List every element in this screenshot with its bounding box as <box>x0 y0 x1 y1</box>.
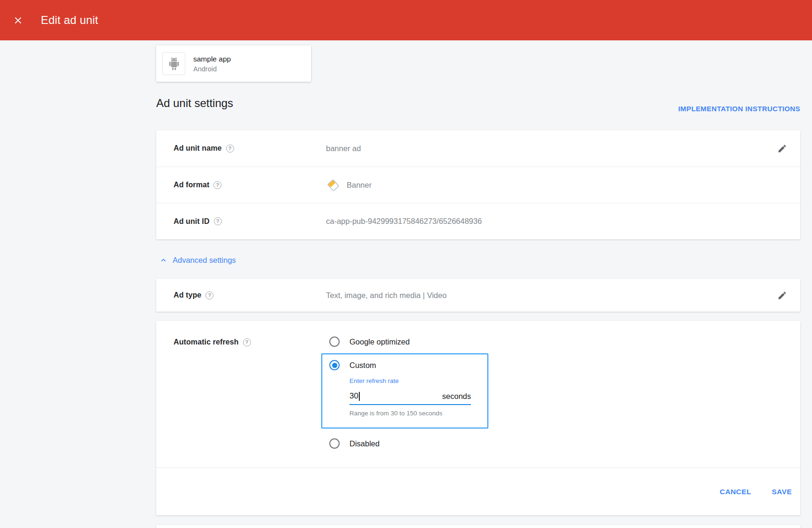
radio-custom[interactable] <box>329 360 340 370</box>
option-google-optimized-label: Google optimized <box>349 337 410 346</box>
page-title: Edit ad unit <box>41 14 98 27</box>
automatic-refresh-label: Automatic refresh <box>174 338 239 346</box>
help-icon[interactable]: ? <box>205 291 213 299</box>
option-disabled[interactable]: Disabled <box>329 438 379 449</box>
refresh-rate-input[interactable]: 30 seconds <box>349 391 471 405</box>
help-icon[interactable]: ? <box>243 338 251 346</box>
ad-unit-name-row: Ad unit name ? banner ad <box>156 130 800 167</box>
save-button[interactable]: SAVE <box>772 488 792 496</box>
chevron-up-icon <box>159 256 168 265</box>
refresh-rate-value: 30 <box>349 391 360 401</box>
ad-unit-id-label: Ad unit ID <box>174 217 210 226</box>
android-icon <box>162 52 185 75</box>
ad-type-value-group: Text, image, and rich media | Video <box>326 291 800 300</box>
custom-refresh-fields: Enter refresh rate 30 seconds Range is f… <box>349 377 471 417</box>
help-icon[interactable]: ? <box>226 145 234 153</box>
ad-type-row: Ad type ? Text, image, and rich media | … <box>156 279 800 312</box>
ad-unit-id-value-group: ca-app-pub-9429993175846273/6526648936 <box>326 217 800 226</box>
ad-format-value-group: Banner <box>326 179 800 191</box>
text-cursor <box>359 392 360 401</box>
option-disabled-label: Disabled <box>349 439 379 448</box>
ad-unit-name-label-group: Ad unit name ? <box>174 144 326 153</box>
app-card: sample app Android <box>156 46 311 82</box>
close-icon <box>13 15 23 26</box>
custom-option-box: Custom Enter refresh rate 30 seconds Ran… <box>321 353 488 429</box>
option-google-optimized[interactable]: Google optimized <box>329 337 410 347</box>
pencil-icon <box>777 144 787 153</box>
radio-disabled[interactable] <box>329 438 340 449</box>
ad-type-label: Ad type <box>174 291 201 299</box>
edit-ad-type-button[interactable] <box>777 291 787 300</box>
ad-unit-id-label-group: Ad unit ID ? <box>174 217 326 226</box>
edit-ad-unit-name-button[interactable] <box>777 144 787 153</box>
ad-format-label-group: Ad format ? <box>174 181 326 189</box>
help-icon[interactable]: ? <box>213 181 221 189</box>
banner-format-icon <box>326 179 340 191</box>
advanced-settings-toggle[interactable]: Advanced settings <box>159 253 236 267</box>
option-custom-label: Custom <box>349 361 376 370</box>
ad-unit-name-value: banner ad <box>326 144 361 153</box>
section-heading-row: Ad unit settings IMPLEMENTATION INSTRUCT… <box>156 97 800 113</box>
app-name: sample app <box>193 55 231 63</box>
implementation-instructions-link[interactable]: IMPLEMENTATION INSTRUCTIONS <box>678 105 800 113</box>
radio-google-optimized[interactable] <box>329 337 340 347</box>
ad-unit-id-row: Ad unit ID ? ca-app-pub-9429993175846273… <box>156 203 800 239</box>
refresh-rate-helper-text: Range is from 30 to 150 seconds <box>349 410 471 417</box>
advanced-settings-label: Advanced settings <box>173 256 236 265</box>
automatic-refresh-card: Automatic refresh ? Google optimized Cus… <box>156 321 800 515</box>
ad-format-row: Ad format ? Banner <box>156 167 800 203</box>
ad-unit-id-value: ca-app-pub-9429993175846273/6526648936 <box>326 217 482 226</box>
automatic-refresh-label-group: Automatic refresh ? <box>174 338 251 346</box>
close-button[interactable] <box>8 10 28 31</box>
refresh-rate-field-label: Enter refresh rate <box>349 377 471 384</box>
ad-format-label: Ad format <box>174 181 209 189</box>
app-platform: Android <box>193 65 231 73</box>
card-footer: CANCEL SAVE <box>156 467 800 515</box>
ad-type-value: Text, image, and rich media | Video <box>326 291 447 300</box>
ad-unit-name-label: Ad unit name <box>174 144 222 153</box>
ad-unit-name-value-group: banner ad <box>326 144 800 153</box>
app-bar: Edit ad unit <box>0 0 812 40</box>
ad-type-label-group: Ad type ? <box>174 291 326 299</box>
section-title: Ad unit settings <box>156 97 233 110</box>
ad-type-card: Ad type ? Text, image, and rich media | … <box>156 279 800 312</box>
refresh-rate-unit: seconds <box>442 392 471 401</box>
next-card-edge <box>156 525 800 528</box>
ad-unit-settings-card: Ad unit name ? banner ad Ad format ? <box>156 130 800 239</box>
pencil-icon <box>777 291 787 300</box>
help-icon[interactable]: ? <box>214 217 222 225</box>
option-custom[interactable]: Custom <box>329 360 487 370</box>
cancel-button[interactable]: CANCEL <box>720 488 751 496</box>
ad-format-value: Banner <box>347 181 372 190</box>
